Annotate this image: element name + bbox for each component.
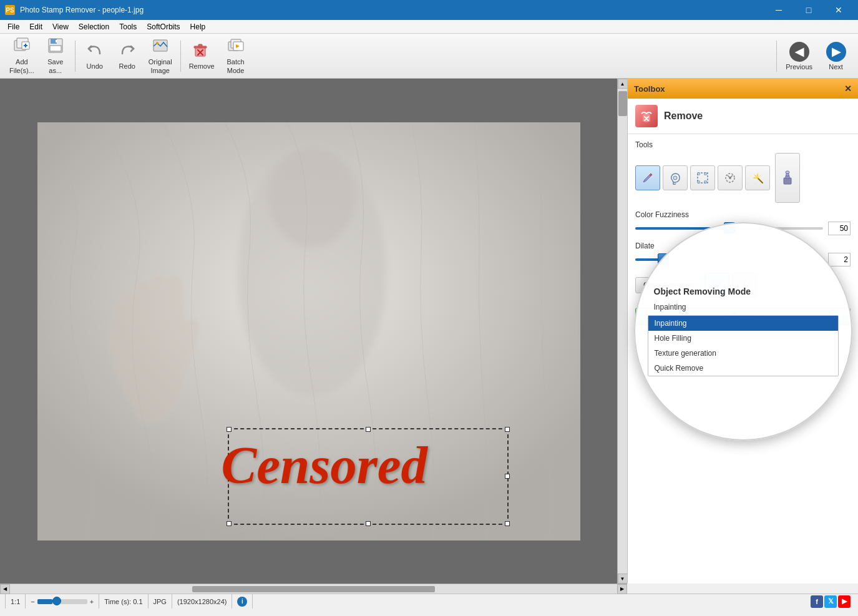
batch-mode-icon <box>227 37 245 57</box>
status-zoom: 1:1 <box>5 594 26 609</box>
canvas-wrapper: Censored ▲ ▼ <box>0 79 627 584</box>
scroll-h-track[interactable] <box>10 584 617 594</box>
maximize-button[interactable]: □ <box>794 0 823 20</box>
minimize-button[interactable]: ─ <box>764 0 793 20</box>
separator-2 <box>180 41 181 72</box>
horizontal-scrollbar[interactable]: ◀ ▶ <box>0 584 627 594</box>
pencil-tool-button[interactable] <box>635 165 660 190</box>
tools-section-label: Tools <box>635 140 851 149</box>
app-icon: PS <box>5 5 15 15</box>
handle-bottom-middle[interactable] <box>366 521 371 526</box>
toolbox-title-row: Remove <box>628 99 858 134</box>
nav-area: ◀ Previous ▶ Next <box>774 39 853 73</box>
svg-point-33 <box>786 171 789 174</box>
censored-text: Censored <box>222 434 428 496</box>
status-bar: 1:1 − + Time (s): 0.1 JPG (1920x1280x24)… <box>0 594 858 609</box>
scroll-right-arrow[interactable]: ▶ <box>617 584 627 594</box>
youtube-icon[interactable]: ▶ <box>838 595 851 608</box>
lasso-tool-button[interactable] <box>663 165 688 190</box>
add-files-button[interactable]: AddFile(s)... <box>5 37 39 75</box>
zoom-out-icon[interactable]: − <box>31 598 34 605</box>
batch-mode-button[interactable]: BatchMode <box>220 37 251 75</box>
status-dimensions: (1920x1280x24) <box>172 594 233 609</box>
close-button[interactable]: ✕ <box>824 0 853 20</box>
prev-icon: ◀ <box>789 42 809 62</box>
previous-button[interactable]: ◀ Previous <box>781 39 817 73</box>
previous-label: Previous <box>786 63 812 71</box>
stamp-tool-button[interactable] <box>775 153 800 203</box>
dropdown-item-hole-filling[interactable]: Hole Filling <box>648 331 838 346</box>
title-bar-left: PS Photo Stamp Remover - people-1.jpg <box>5 5 144 15</box>
menu-help[interactable]: Help <box>185 20 211 33</box>
title-bar: PS Photo Stamp Remover - people-1.jpg ─ … <box>0 0 858 20</box>
zoom-ratio: 1:1 <box>11 598 20 605</box>
status-time: Time (s): 0.1 <box>99 594 148 609</box>
svg-point-10 <box>156 42 158 44</box>
remove-button[interactable]: Remove <box>185 37 219 75</box>
canvas-area[interactable]: Censored ▲ ▼ <box>0 79 627 584</box>
toolbox-title: Toolbox <box>634 84 665 94</box>
vertical-scrollbar[interactable]: ▲ ▼ <box>617 79 627 584</box>
handle-bottom-right[interactable] <box>505 521 510 526</box>
zoom-in-icon[interactable]: + <box>90 598 94 605</box>
magic-wand-tool-button[interactable] <box>745 165 770 190</box>
next-label: Next <box>829 63 843 71</box>
menu-file[interactable]: File <box>2 20 24 33</box>
svg-rect-8 <box>56 40 57 42</box>
menu-edit[interactable]: Edit <box>24 20 47 33</box>
smart-selection-tool-button[interactable] <box>718 165 743 190</box>
toolbox-header: Toolbox ✕ <box>628 79 858 99</box>
handle-top-left[interactable] <box>227 427 232 432</box>
menu-view[interactable]: View <box>47 20 74 33</box>
status-format: JPG <box>149 594 172 609</box>
menu-softorbits[interactable]: SoftOrbits <box>142 20 185 33</box>
redo-icon <box>119 41 136 61</box>
color-fuzziness-label: Color Fuzziness <box>635 210 851 219</box>
remove-section-icon <box>635 105 658 127</box>
handle-top-middle[interactable] <box>366 427 371 432</box>
photo-background: Censored <box>37 122 580 540</box>
title-bar-controls: ─ □ ✕ <box>764 0 853 20</box>
rect-selection-tool-button[interactable] <box>690 165 715 190</box>
toolbox-close-button[interactable]: ✕ <box>844 84 852 94</box>
handle-bottom-left[interactable] <box>227 521 232 526</box>
scroll-down-arrow[interactable]: ▼ <box>618 574 628 584</box>
menu-tools[interactable]: Tools <box>114 20 142 33</box>
handle-middle-right[interactable] <box>505 474 510 479</box>
twitter-icon[interactable]: 𝕏 <box>824 595 837 608</box>
scroll-up-arrow[interactable]: ▲ <box>618 79 628 89</box>
dropdown-item-texture-generation[interactable]: Texture generation <box>648 346 838 361</box>
toolbox-panel: Toolbox ✕ Remove Tools <box>627 79 858 584</box>
social-icons-area: f 𝕏 ▶ <box>811 595 853 608</box>
dropdown-item-inpainting[interactable]: Inpainting <box>648 316 838 331</box>
scroll-thumb-v[interactable] <box>618 91 627 116</box>
status-zoom-control[interactable]: − + <box>26 594 99 609</box>
scroll-left-arrow[interactable]: ◀ <box>0 584 10 594</box>
scroll-h-thumb[interactable] <box>192 586 435 592</box>
dropdown-title: Object Removing Mode <box>648 286 839 296</box>
svg-rect-7 <box>50 46 61 51</box>
add-files-icon <box>13 37 31 57</box>
original-image-button[interactable]: OriginalImage <box>144 37 177 75</box>
next-icon: ▶ <box>826 42 846 62</box>
batch-mode-label: BatchMode <box>227 58 245 74</box>
separator-1 <box>75 41 76 72</box>
svg-rect-23 <box>704 173 706 175</box>
dropdown-circle: Object Removing Mode Inpainting Inpainti… <box>634 222 852 441</box>
save-as-label: Saveas... <box>47 58 63 74</box>
redo-button[interactable]: Redo <box>112 37 143 75</box>
original-image-label: OriginalImage <box>149 58 172 74</box>
svg-rect-24 <box>698 181 700 183</box>
dropdown-item-quick-remove[interactable]: Quick Remove <box>648 361 838 376</box>
facebook-icon[interactable]: f <box>811 595 823 608</box>
undo-button[interactable]: Undo <box>79 37 110 75</box>
next-button[interactable]: ▶ Next <box>819 39 853 73</box>
color-fuzziness-value[interactable]: 50 <box>828 222 851 235</box>
menu-selection[interactable]: Selection <box>74 20 114 33</box>
app-title: Photo Stamp Remover - people-1.jpg <box>20 6 144 14</box>
save-as-button[interactable]: Saveas... <box>40 37 71 75</box>
handle-top-right[interactable] <box>505 427 510 432</box>
dilate-value[interactable]: 2 <box>828 253 851 266</box>
remove-toolbar-icon <box>193 41 210 61</box>
status-info-icon[interactable]: i <box>232 594 253 609</box>
